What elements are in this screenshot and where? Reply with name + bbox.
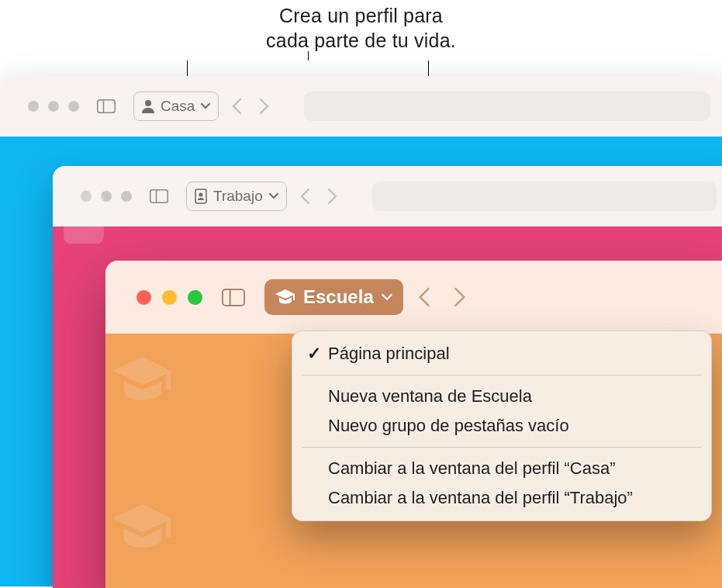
profile-label: Trabajo (213, 188, 263, 205)
profile-selector-casa[interactable]: Casa (133, 92, 219, 121)
profile-menu: ✓ Página principal Nueva ventana de Escu… (292, 330, 712, 521)
zoom-button[interactable] (121, 191, 132, 202)
minimize-button[interactable] (162, 290, 177, 305)
menu-item-label: Nueva ventana de Escuela (328, 386, 532, 406)
window-escuela: Escuela (105, 261, 722, 588)
back-button[interactable] (417, 286, 430, 308)
sidebar-icon (222, 289, 245, 306)
url-field[interactable] (304, 92, 710, 121)
close-button[interactable] (28, 101, 39, 112)
callout-line-2: cada parte de tu vida. (266, 29, 456, 51)
gradcap-icon (112, 357, 174, 403)
svg-point-2 (145, 100, 151, 106)
url-field[interactable] (372, 182, 717, 211)
titlebar-trabajo: Trabajo (53, 166, 722, 227)
menu-item-label: Cambiar a la ventana del perfil “Trabajo… (328, 488, 633, 508)
close-button[interactable] (136, 290, 151, 305)
menu-item-label: Cambiar a la ventana del perfil “Casa” (328, 458, 616, 479)
badge-icon (60, 189, 107, 247)
chevron-down-icon (201, 103, 210, 109)
minimize-button[interactable] (48, 101, 59, 112)
svg-rect-3 (150, 190, 168, 203)
traffic-lights (28, 101, 79, 112)
zoom-button[interactable] (68, 101, 79, 112)
menu-item-switch-casa[interactable]: Cambiar a la ventana del perfil “Casa” (292, 454, 711, 483)
menu-item-label: Nuevo grupo de pestañas vacío (328, 416, 569, 436)
menu-item-main-page[interactable]: ✓ Página principal (292, 339, 711, 368)
sidebar-toggle[interactable] (92, 95, 121, 118)
back-button[interactable] (231, 98, 242, 115)
svg-rect-0 (98, 100, 116, 113)
back-button[interactable] (299, 188, 310, 205)
profile-selector-escuela[interactable]: Escuela (264, 279, 403, 315)
forward-button[interactable] (454, 286, 467, 308)
traffic-lights (136, 290, 202, 305)
callout-text: Crea un perfil para cada parte de tu vid… (0, 3, 722, 53)
sidebar-toggle[interactable] (144, 185, 174, 208)
profile-label: Casa (161, 98, 195, 115)
forward-button[interactable] (259, 98, 270, 115)
chevron-down-icon (382, 294, 392, 301)
sidebar-icon (97, 99, 116, 113)
check-icon: ✓ (306, 344, 322, 364)
zoom-button[interactable] (188, 290, 202, 305)
svg-rect-8 (223, 289, 244, 306)
forward-button[interactable] (327, 188, 338, 205)
menu-item-new-tabgroup[interactable]: Nuevo grupo de pestañas vacío (292, 411, 711, 441)
svg-rect-7 (64, 192, 104, 244)
profile-label: Escuela (303, 286, 374, 308)
gradcap-icon (275, 289, 295, 305)
menu-separator (302, 447, 702, 448)
menu-item-new-window[interactable]: Nueva ventana de Escuela (292, 382, 711, 411)
chevron-down-icon (269, 193, 278, 199)
menu-item-label: Página principal (328, 344, 450, 364)
titlebar-casa: Casa (0, 76, 722, 137)
svg-point-6 (199, 192, 202, 196)
sidebar-icon (150, 189, 168, 203)
badge-icon (195, 189, 207, 204)
sidebar-toggle[interactable] (216, 282, 250, 312)
menu-separator (302, 375, 702, 375)
gradcap-icon (112, 504, 174, 551)
menu-item-switch-trabajo[interactable]: Cambiar a la ventana del perfil “Trabajo… (292, 483, 711, 513)
titlebar-escuela: Escuela (105, 261, 722, 334)
profile-selector-trabajo[interactable]: Trabajo (186, 182, 287, 211)
callout-line-1: Crea un perfil para (279, 5, 443, 26)
person-icon (142, 99, 154, 113)
